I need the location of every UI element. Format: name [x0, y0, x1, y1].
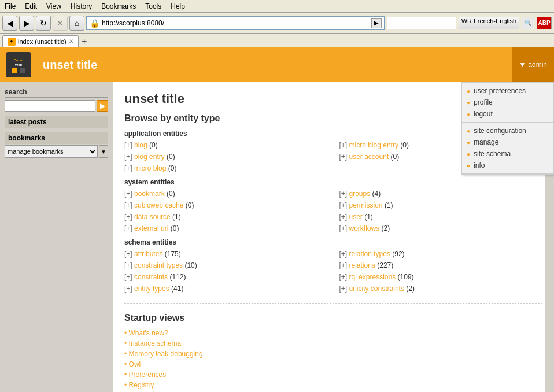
list-item: [+] relation types (92) [339, 249, 543, 259]
go-button[interactable]: ▶ [371, 18, 382, 28]
constraint-types-link[interactable]: constraint types [134, 261, 183, 269]
stop-button[interactable]: ✕ [53, 16, 68, 31]
startup-links-list: What's new? Instance schema Memory leak … [124, 328, 542, 392]
sidebar-search-input[interactable] [5, 100, 95, 112]
bookmarks-select[interactable]: manage bookmarks [5, 145, 98, 158]
bullet-icon: ● [467, 111, 470, 117]
forward-button[interactable]: ▶ [19, 16, 34, 31]
blog-entry-link[interactable]: blog entry [134, 153, 165, 161]
blog-link[interactable]: blog [134, 141, 147, 149]
workflows-link[interactable]: workflows [349, 224, 380, 232]
list-item: Registry [124, 380, 542, 390]
rql-expressions-link[interactable]: rql expressions [349, 273, 396, 281]
search-box: ▶ [5, 100, 108, 112]
permission-link[interactable]: permission [349, 201, 383, 209]
dropdown-manage[interactable]: ● manage [462, 136, 553, 148]
latest-posts-toggle[interactable]: latest posts [5, 116, 108, 128]
menu-bookmarks[interactable]: Bookmarks [99, 1, 138, 12]
entity-types-link[interactable]: entity types [134, 284, 169, 293]
search-go-button[interactable]: ▶ [97, 100, 108, 112]
menu-tools[interactable]: Tools [143, 1, 164, 12]
svg-rect-4 [20, 68, 25, 73]
address-input[interactable] [102, 19, 371, 27]
owl-link[interactable]: Owl [129, 360, 141, 368]
search-icon[interactable]: 🔍 [522, 17, 534, 29]
menu-file[interactable]: File [2, 1, 18, 12]
list-item: [+] blog (0) [124, 140, 328, 150]
new-tab-button[interactable]: + [79, 36, 90, 47]
bullet-icon: ● [467, 99, 470, 106]
list-item: [+] constraints (112) [124, 272, 328, 282]
list-item: [+] external uri (0) [124, 223, 328, 234]
menu-view[interactable]: View [44, 1, 64, 12]
tabs-bar: ● index (unset title) ✕ + [0, 34, 554, 47]
dropdown-site-schema[interactable]: ● site schema [462, 148, 553, 160]
menu-bar: File Edit View History Bookmarks Tools H… [0, 0, 554, 13]
admin-button[interactable]: ▼ admin [512, 47, 554, 82]
relation-types-link[interactable]: relation types [349, 250, 390, 258]
back-button[interactable]: ◀ [2, 16, 17, 31]
micro-blog-link[interactable]: micro blog [134, 164, 166, 172]
menu-help[interactable]: Help [168, 1, 187, 12]
memory-leak-link[interactable]: Memory leak debugging [129, 350, 203, 358]
micro-blog-entry-link[interactable]: micro blog entry [349, 141, 398, 149]
list-item: [+] relations (227) [339, 260, 543, 271]
relations-link[interactable]: relations [349, 261, 375, 269]
list-item: [+] workflows (2) [339, 223, 543, 234]
schema-entities-grid: [+] attributes (175) [+] relation types … [124, 249, 542, 294]
external-uri-link[interactable]: external uri [134, 224, 168, 232]
browser-toolbar: ◀ ▶ ↻ ✕ ⌂ 🔒 ▶ WR French-English 🔍 ABP [0, 13, 554, 34]
sidebar: search ▶ latest posts bookmarks [0, 82, 113, 392]
dropdown-item-label: site schema [474, 150, 511, 158]
header-right: ▼ admin ● user preferences ● profile [512, 47, 554, 82]
data-source-link[interactable]: data source [134, 213, 171, 221]
home-button[interactable]: ⌂ [69, 16, 84, 31]
dropdown-item-label: site configuration [474, 127, 526, 135]
user-account-link[interactable]: user account [349, 153, 389, 161]
registry-link[interactable]: Registry [129, 381, 154, 389]
dropdown-profile[interactable]: ● profile [462, 97, 553, 108]
list-item: [+] rql expressions (109) [339, 272, 543, 282]
bookmarks-dropdown-arrow[interactable]: ▼ [99, 145, 108, 158]
svg-rect-3 [12, 68, 17, 73]
whats-new-link[interactable]: What's new? [129, 329, 168, 337]
wr-button[interactable]: WR French-English [459, 17, 519, 29]
bookmarks-toggle[interactable]: bookmarks [5, 132, 108, 144]
list-item: Preferences [124, 369, 542, 380]
dropdown-item-label: profile [474, 98, 493, 106]
instance-schema-link[interactable]: Instance schema [129, 339, 182, 347]
admin-dropdown-menu: ● user preferences ● profile ● logout [461, 82, 554, 175]
bullet-icon: ● [467, 139, 470, 146]
active-tab[interactable]: ● index (unset title) ✕ [2, 35, 79, 47]
list-item: [+] bookmark (0) [124, 188, 328, 199]
tab-close-icon[interactable]: ✕ [69, 38, 73, 45]
dropdown-site-configuration[interactable]: ● site configuration [462, 125, 553, 136]
search-section-title: search [5, 87, 108, 98]
section-divider [124, 303, 542, 304]
sidebar-latest-posts: latest posts [5, 116, 108, 128]
dropdown-item-label: info [474, 161, 485, 169]
attributes-link[interactable]: attributes [134, 250, 162, 258]
search-toolbar: WR French-English 🔍 ABP [387, 17, 552, 29]
header-title: unset title [43, 58, 97, 72]
bookmark-link[interactable]: bookmark [134, 190, 165, 198]
sidebar-bookmarks: bookmarks manage bookmarks ▼ [5, 132, 108, 158]
dropdown-item-label: manage [474, 138, 498, 146]
abp-button[interactable]: ABP [537, 17, 552, 29]
constraints-link[interactable]: constraints [134, 273, 168, 281]
cubicweb-cache-link[interactable]: cubicweb cache [134, 201, 183, 209]
menu-history[interactable]: History [68, 1, 94, 12]
dropdown-info[interactable]: ● info [462, 160, 553, 171]
list-item: Owl [124, 359, 542, 369]
menu-edit[interactable]: Edit [23, 1, 39, 12]
dropdown-user-preferences[interactable]: ● user preferences [462, 85, 553, 97]
reload-button[interactable]: ↻ [36, 16, 51, 31]
user-link[interactable]: user [349, 213, 363, 221]
groups-link[interactable]: groups [349, 190, 371, 198]
preferences-link[interactable]: Preferences [129, 371, 167, 379]
browser-search-input[interactable] [387, 17, 456, 29]
latest-posts-label: latest posts [8, 118, 47, 126]
unicity-constraints-link[interactable]: unicity constraints [349, 284, 404, 293]
list-item: [+] blog entry (0) [124, 151, 328, 162]
dropdown-logout[interactable]: ● logout [462, 108, 553, 120]
